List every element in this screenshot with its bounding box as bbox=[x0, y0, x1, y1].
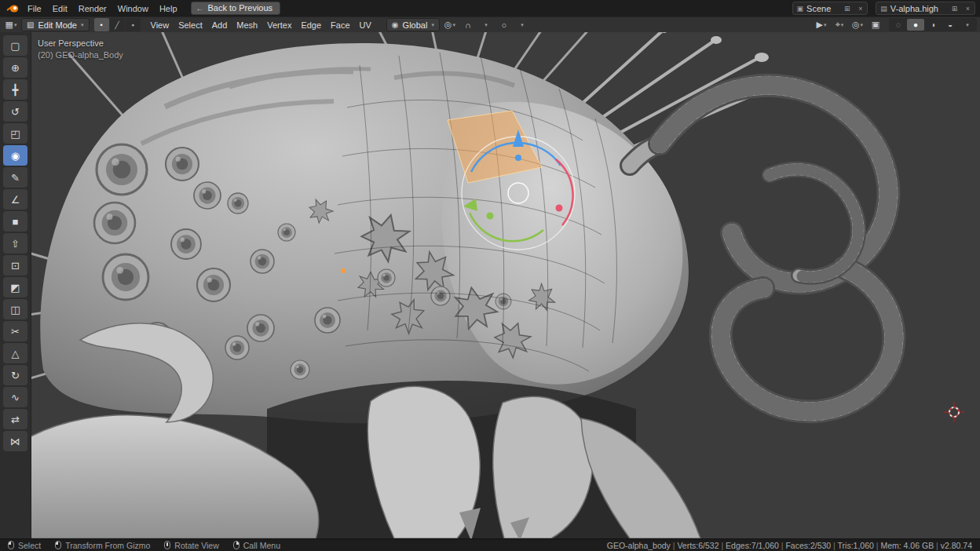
stat-tris: Tris:1,060 bbox=[831, 541, 874, 550]
scene-statistics: GEO-alpha_body Verts:6/532 Edges:7/1,060… bbox=[607, 541, 972, 550]
back-to-previous-label: Back to Previous bbox=[208, 3, 273, 13]
tool-scale-button[interactable]: ◰ bbox=[3, 123, 27, 144]
selected-vertex[interactable] bbox=[341, 268, 346, 273]
shading-rendered-button[interactable]: ◒ bbox=[942, 19, 959, 31]
overlays-icon: ◎ bbox=[852, 20, 860, 30]
menu-vertex[interactable]: Vertex bbox=[262, 19, 296, 31]
tool-smooth-button[interactable]: ∿ bbox=[3, 387, 27, 407]
tool-shelf: ▢ ⊕ ╋ ↺ ◰ ◉ ✎ ∠ ■ ⇧ ⊡ ◩ ◫ ✂ △ ↻ ∿ ⇄ ⋈ bbox=[0, 32, 31, 538]
scene-name: Scene bbox=[806, 4, 839, 13]
chevron-down-icon: ▾ bbox=[485, 22, 488, 28]
shading-mode-group: ◌ ● ◑ ◒ ▾ bbox=[889, 18, 977, 31]
proportional-falloff-button[interactable]: ▾ bbox=[514, 18, 530, 31]
menu-edge[interactable]: Edge bbox=[296, 19, 326, 31]
remove-view-layer-icon[interactable]: × bbox=[963, 5, 973, 13]
shading-settings-button[interactable]: ▾ bbox=[959, 19, 976, 31]
menu-view[interactable]: View bbox=[146, 19, 174, 31]
hint-call-menu: Call Menu bbox=[233, 541, 280, 550]
menu-face[interactable]: Face bbox=[326, 19, 354, 31]
chevron-down-icon: ▾ bbox=[452, 22, 455, 28]
menu-uv[interactable]: UV bbox=[355, 19, 376, 31]
tool-select-box-button[interactable]: ▢ bbox=[3, 35, 27, 56]
unlink-scene-icon[interactable]: × bbox=[855, 5, 865, 13]
snap-toggle-button[interactable]: ∩ bbox=[460, 18, 476, 31]
chevron-down-icon: ▾ bbox=[841, 22, 844, 28]
select-mode-face-button[interactable]: ▪ bbox=[126, 18, 141, 31]
mouse-left-drag-icon bbox=[55, 541, 61, 549]
hint-transform-from-gizmo: Transform From Gizmo bbox=[55, 541, 150, 550]
select-mode-group: • ╱ ▪ bbox=[94, 18, 141, 31]
menu-mesh[interactable]: Mesh bbox=[232, 19, 262, 31]
pivot-point-icon: ◎ bbox=[444, 20, 452, 30]
view-layer-name: V-alpha.high bbox=[890, 4, 946, 13]
chevron-down-icon: ▾ bbox=[81, 22, 84, 28]
stat-verts: Verts:6/532 bbox=[671, 541, 719, 550]
gizmo-x-axis-handle[interactable] bbox=[556, 205, 563, 212]
menu-edit[interactable]: Edit bbox=[47, 2, 73, 15]
topbar: File Edit Render Window Help ← Back to P… bbox=[0, 0, 980, 16]
shading-wireframe-button[interactable]: ◌ bbox=[890, 19, 907, 31]
tool-spin-button[interactable]: ↻ bbox=[3, 365, 27, 385]
tool-knife-button[interactable]: ✂ bbox=[3, 321, 27, 341]
tool-edge-slide-button[interactable]: ⇄ bbox=[3, 409, 27, 429]
stat-object-name: GEO-alpha_body bbox=[607, 541, 671, 550]
hint-transform-label: Transform From Gizmo bbox=[65, 541, 150, 550]
menu-window[interactable]: Window bbox=[112, 2, 154, 15]
scene-selector[interactable]: ▣ Scene ⊞ × bbox=[792, 2, 868, 15]
menu-select[interactable]: Select bbox=[174, 19, 207, 31]
stat-memory: Mem: 4.06 GB bbox=[874, 541, 934, 550]
tool-extrude-button[interactable]: ⇧ bbox=[3, 233, 27, 254]
stat-version: v2.80.74 bbox=[934, 541, 972, 550]
pivot-point-button[interactable]: ◎ ▾ bbox=[442, 18, 458, 31]
tool-cursor-button[interactable]: ⊕ bbox=[3, 57, 27, 78]
menu-render[interactable]: Render bbox=[73, 2, 112, 15]
tool-rotate-button[interactable]: ↺ bbox=[3, 101, 27, 122]
tool-loop-cut-button[interactable]: ◫ bbox=[3, 299, 27, 319]
gizmo-y-axis-handle[interactable] bbox=[487, 213, 494, 220]
orientation-selector[interactable]: ◉ Global ▾ bbox=[386, 18, 440, 31]
tool-add-cube-button[interactable]: ■ bbox=[3, 211, 27, 232]
mode-label: Edit Mode bbox=[38, 20, 77, 30]
tool-transform-button[interactable]: ◉ bbox=[3, 145, 27, 166]
hint-rotate-label: Rotate View bbox=[174, 541, 218, 550]
gizmo-icon: ⌖ bbox=[836, 20, 840, 30]
view-layer-selector[interactable]: ▤ V-alpha.high ⊞ × bbox=[876, 2, 975, 15]
tool-measure-button[interactable]: ∠ bbox=[3, 189, 27, 210]
tool-move-button[interactable]: ╋ bbox=[3, 79, 27, 100]
new-scene-icon[interactable]: ⊞ bbox=[842, 5, 852, 13]
gizmos-toggle-button[interactable]: ⌖ ▾ bbox=[832, 18, 847, 31]
tool-bevel-button[interactable]: ◩ bbox=[3, 277, 27, 297]
editor-type-button[interactable]: ▦ ▾ bbox=[3, 18, 19, 31]
menu-help[interactable]: Help bbox=[154, 2, 183, 15]
mode-selector[interactable]: ▧ Edit Mode ▾ bbox=[21, 18, 90, 31]
stat-edges: Edges:7/1,060 bbox=[719, 541, 779, 550]
pointer-icon: ▶ bbox=[817, 20, 823, 30]
tool-inset-faces-button[interactable]: ⊡ bbox=[3, 255, 27, 276]
snap-settings-button[interactable]: ▾ bbox=[478, 18, 494, 31]
hint-select: Select bbox=[8, 541, 41, 550]
view-layer-icon: ▤ bbox=[880, 5, 887, 13]
chevron-down-icon: ▾ bbox=[431, 22, 434, 28]
select-mode-vertex-button[interactable]: • bbox=[94, 18, 109, 31]
viewport-menus: View Select Add Mesh Vertex Edge Face UV bbox=[146, 19, 376, 31]
proportional-edit-button[interactable]: ○ bbox=[496, 18, 512, 31]
edit-mode-icon: ▧ bbox=[27, 20, 34, 29]
shading-solid-button[interactable]: ● bbox=[907, 19, 924, 31]
tool-poly-build-button[interactable]: △ bbox=[3, 343, 27, 363]
viewport-canvas[interactable]: User Perspective (20) GEO-alpha_Body bbox=[31, 32, 980, 538]
main-area: ▢ ⊕ ╋ ↺ ◰ ◉ ✎ ∠ ■ ⇧ ⊡ ◩ ◫ ✂ △ ↻ ∿ ⇄ ⋈ bbox=[0, 32, 980, 538]
shading-material-button[interactable]: ◑ bbox=[924, 19, 942, 31]
new-view-layer-icon[interactable]: ⊞ bbox=[949, 5, 960, 13]
back-to-previous-button[interactable]: ← Back to Previous bbox=[191, 2, 281, 15]
xray-toggle-button[interactable]: ▣ bbox=[868, 18, 883, 31]
menu-file[interactable]: File bbox=[22, 2, 47, 15]
tool-rip-region-button[interactable]: ⋈ bbox=[3, 431, 27, 451]
overlays-toggle-button[interactable]: ◎ ▾ bbox=[850, 18, 865, 31]
blender-logo-icon[interactable] bbox=[5, 4, 20, 13]
tool-annotate-button[interactable]: ✎ bbox=[3, 167, 27, 188]
stat-faces: Faces:2/530 bbox=[779, 541, 831, 550]
select-tool-dropdown-button[interactable]: ▶ ▾ bbox=[814, 18, 829, 31]
viewport-3d-scene[interactable] bbox=[31, 32, 980, 538]
menu-add[interactable]: Add bbox=[207, 19, 232, 31]
select-mode-edge-button[interactable]: ╱ bbox=[110, 18, 125, 31]
